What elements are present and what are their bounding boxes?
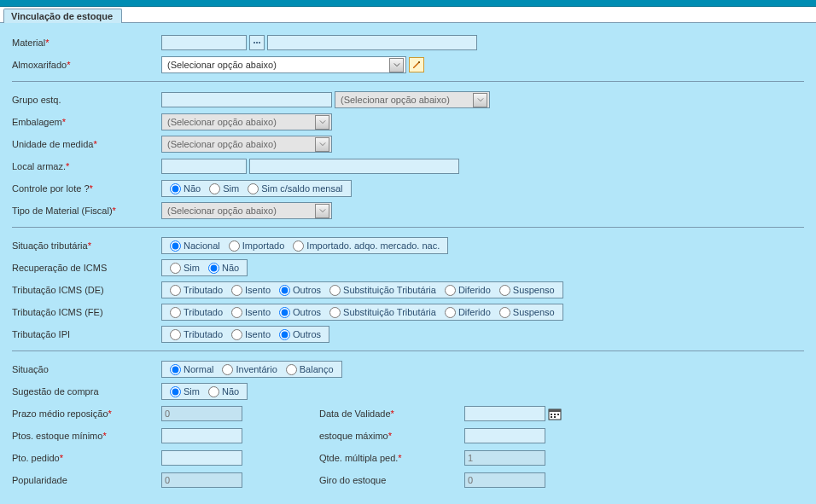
label-tributacao-icms-de: Tributação ICMS (DE) bbox=[12, 285, 161, 295]
tributacao_ipi-label-1: Isento bbox=[245, 329, 271, 339]
recuperacao_icms-option-0[interactable]: Sim bbox=[166, 263, 204, 274]
situacao-radio-group: NormalInventárioBalanço bbox=[161, 361, 342, 378]
situacao-option-1[interactable]: Inventário bbox=[218, 364, 281, 375]
controle_lote-radio-1[interactable] bbox=[209, 183, 220, 194]
tributacao_icms_fe-label-5: Suspenso bbox=[513, 307, 555, 317]
situacao-option-2[interactable]: Balanço bbox=[282, 364, 338, 375]
tributacao_icms_fe-option-5[interactable]: Suspenso bbox=[495, 307, 559, 318]
tributacao_icms_de-option-2[interactable]: Outros bbox=[275, 285, 325, 296]
page-root: Vinculação de estoque Material* Almoxari… bbox=[0, 0, 816, 503]
tributacao-icms-fe-radio-group: TributadoIsentoOutrosSubstituição Tribut… bbox=[161, 304, 563, 321]
unidade-select[interactable]: (Selecionar opção abaixo) bbox=[161, 136, 332, 153]
tributacao_icms_de-option-0[interactable]: Tributado bbox=[166, 285, 227, 296]
ptos-min-input[interactable] bbox=[161, 428, 242, 443]
situacao_tributaria-radio-1[interactable] bbox=[229, 240, 240, 252]
label-prazo-medio: Prazo médio reposição* bbox=[12, 408, 161, 419]
popularidade-input[interactable] bbox=[161, 472, 242, 488]
grupo-estq-input[interactable] bbox=[161, 92, 332, 107]
material-code-input[interactable] bbox=[161, 35, 247, 50]
data-validade-input[interactable] bbox=[464, 406, 545, 421]
tributacao_icms_fe-radio-4[interactable] bbox=[445, 307, 456, 318]
tab-vinculacao[interactable]: Vinculação de estoque bbox=[3, 9, 122, 23]
tributacao_icms_fe-option-1[interactable]: Isento bbox=[227, 307, 275, 318]
tributacao_icms_fe-option-2[interactable]: Outros bbox=[275, 307, 325, 318]
situacao-label-2: Balanço bbox=[300, 364, 334, 374]
svg-rect-10 bbox=[554, 416, 556, 418]
sugestao_compra-option-0[interactable]: Sim bbox=[166, 386, 204, 397]
tributacao_icms_de-option-1[interactable]: Isento bbox=[227, 285, 275, 296]
situacao-radio-0[interactable] bbox=[170, 364, 181, 375]
tributacao_icms_fe-label-3: Substituição Tributária bbox=[343, 307, 436, 317]
recuperacao_icms-radio-0[interactable] bbox=[170, 263, 181, 274]
tributacao_icms_de-radio-4[interactable] bbox=[445, 285, 456, 296]
tipo-material-select[interactable]: (Selecionar opção abaixo) bbox=[161, 202, 332, 219]
tributacao_icms_fe-radio-2[interactable] bbox=[279, 307, 290, 318]
label-local-armaz: Local armaz.* bbox=[12, 161, 161, 171]
tributacao_icms_fe-option-3[interactable]: Substituição Tributária bbox=[325, 307, 440, 318]
tributacao_icms_de-option-5[interactable]: Suspenso bbox=[495, 285, 559, 296]
row-grupo-estq: Grupo estq. (Selecionar opção abaixo) bbox=[12, 90, 804, 109]
tributacao_icms_de-option-3[interactable]: Substituição Tributária bbox=[325, 285, 440, 296]
tributacao_icms_de-radio-1[interactable] bbox=[231, 285, 242, 296]
select-arrow-icon bbox=[315, 137, 329, 152]
situacao_tributaria-option-1[interactable]: Importado bbox=[224, 240, 289, 252]
controle_lote-option-2[interactable]: Sim c/saldo mensal bbox=[243, 183, 347, 194]
controle_lote-option-1[interactable]: Sim bbox=[205, 183, 243, 194]
tributacao_ipi-option-0[interactable]: Tributado bbox=[166, 329, 227, 340]
tributacao_ipi-radio-1[interactable] bbox=[231, 329, 242, 340]
giro-estoque-input[interactable] bbox=[464, 472, 545, 488]
tributacao_icms_de-radio-5[interactable] bbox=[499, 285, 510, 296]
embalagem-select[interactable]: (Selecionar opção abaixo) bbox=[161, 113, 332, 130]
tributacao_icms_de-radio-2[interactable] bbox=[279, 285, 290, 296]
qtde-multipla-input[interactable] bbox=[464, 450, 545, 466]
tributacao_icms_fe-radio-0[interactable] bbox=[170, 307, 181, 318]
local-armaz-code-input[interactable] bbox=[161, 159, 247, 174]
tributacao_icms_fe-option-0[interactable]: Tributado bbox=[166, 307, 227, 318]
row-sugestao-compra: Sugestão de compra SimNão bbox=[12, 382, 804, 401]
situacao_tributaria-option-0[interactable]: Nacional bbox=[166, 240, 224, 252]
estoque-max-input[interactable] bbox=[464, 428, 545, 443]
tributacao_icms_de-radio-3[interactable] bbox=[329, 285, 341, 296]
separator bbox=[12, 350, 804, 351]
tributacao_icms_de-radio-0[interactable] bbox=[170, 285, 181, 296]
local-armaz-desc-input[interactable] bbox=[249, 159, 459, 174]
tributacao_ipi-option-1[interactable]: Isento bbox=[227, 329, 275, 340]
tributacao_ipi-radio-0[interactable] bbox=[170, 329, 181, 340]
tributacao_ipi-option-2[interactable]: Outros bbox=[275, 329, 325, 340]
prazo-medio-input[interactable] bbox=[161, 406, 242, 421]
sugestao_compra-radio-0[interactable] bbox=[170, 386, 181, 397]
almoxarifado-edit-button[interactable] bbox=[409, 57, 424, 72]
situacao_tributaria-radio-2[interactable] bbox=[293, 240, 304, 252]
situacao-option-0[interactable]: Normal bbox=[166, 364, 218, 375]
tributacao_icms_de-option-4[interactable]: Diferido bbox=[440, 285, 495, 296]
tributacao_icms_fe-option-4[interactable]: Diferido bbox=[440, 307, 495, 318]
controle_lote-radio-2[interactable] bbox=[248, 183, 259, 194]
situacao-radio-2[interactable] bbox=[286, 364, 297, 375]
material-desc-input[interactable] bbox=[267, 35, 477, 50]
grupo-estq-select[interactable]: (Selecionar opção abaixo) bbox=[335, 91, 490, 108]
situacao-radio-1[interactable] bbox=[222, 364, 233, 375]
material-lookup-button[interactable] bbox=[249, 35, 265, 50]
situacao_tributaria-radio-0[interactable] bbox=[170, 240, 181, 252]
sugestao_compra-label-0: Sim bbox=[184, 386, 200, 397]
tributacao_icms_fe-radio-3[interactable] bbox=[329, 307, 341, 318]
recuperacao_icms-option-1[interactable]: Não bbox=[204, 263, 243, 274]
sugestao_compra-option-1[interactable]: Não bbox=[204, 386, 243, 397]
calendar-icon[interactable] bbox=[548, 407, 562, 420]
tributacao_icms_fe-label-2: Outros bbox=[293, 307, 321, 317]
controle_lote-radio-0[interactable] bbox=[170, 183, 181, 194]
situacao_tributaria-option-2[interactable]: Importado. adqo. mercado. nac. bbox=[289, 240, 444, 252]
svg-point-1 bbox=[256, 42, 258, 43]
pto-pedido-input[interactable] bbox=[161, 450, 242, 466]
tributacao_ipi-radio-2[interactable] bbox=[279, 329, 290, 340]
recuperacao_icms-radio-1[interactable] bbox=[208, 263, 219, 274]
sugestao_compra-radio-1[interactable] bbox=[208, 386, 219, 397]
situacao_tributaria-label-1: Importado bbox=[242, 240, 285, 251]
tributacao_icms_fe-radio-5[interactable] bbox=[499, 307, 510, 318]
label-unidade: Unidade de medida* bbox=[12, 139, 161, 149]
controle_lote-option-0[interactable]: Não bbox=[166, 183, 205, 194]
row-estoque-min-max: Ptos. estoque mínimo* estoque máximo* bbox=[12, 426, 804, 445]
almoxarifado-select[interactable]: (Selecionar opção abaixo) bbox=[161, 56, 406, 73]
tributacao_icms_fe-radio-1[interactable] bbox=[231, 307, 242, 318]
tributacao_icms_fe-label-0: Tributado bbox=[184, 307, 223, 317]
